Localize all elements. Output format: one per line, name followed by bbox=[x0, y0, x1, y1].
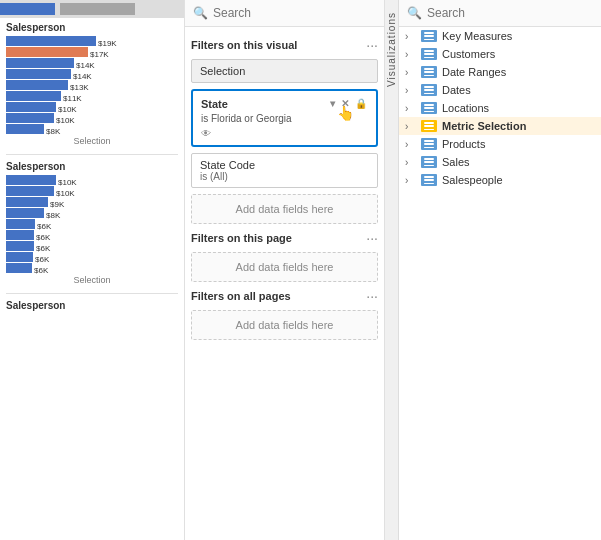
bar-container: $8K bbox=[6, 124, 178, 134]
bar bbox=[6, 113, 54, 123]
table-icon bbox=[421, 66, 437, 78]
chart-section-1: Salesperson $19K $17K $14K $14K $13K $11… bbox=[0, 18, 184, 152]
eye-icon[interactable]: 👁 bbox=[201, 128, 211, 139]
left-charts-panel: Salesperson $19K $17K $14K $14K $13K $11… bbox=[0, 0, 185, 540]
filters-on-all-pages-header: Filters on all pages ··· bbox=[191, 288, 378, 304]
bar bbox=[6, 230, 34, 240]
chart-section-3: Salesperson bbox=[0, 296, 184, 320]
bar-container: $10K bbox=[6, 175, 178, 185]
add-data-field-page[interactable]: Add data fields here bbox=[191, 252, 378, 282]
chevron-icon: › bbox=[405, 157, 417, 168]
chevron-icon: › bbox=[405, 49, 417, 60]
filters-on-visual-header: Filters on this visual ··· bbox=[191, 37, 378, 53]
tree-item-metric-selection[interactable]: › Metric Selection bbox=[399, 117, 601, 135]
bar-row: $10K bbox=[6, 113, 178, 123]
chevron-down-icon[interactable]: ▾ bbox=[329, 97, 336, 110]
filters-search-input[interactable] bbox=[213, 6, 376, 20]
filters-on-visual-title: Filters on this visual bbox=[191, 39, 297, 51]
table-icon bbox=[421, 174, 437, 186]
visualizations-tab[interactable]: Visualizations bbox=[385, 0, 399, 540]
filters-on-all-pages-title: Filters on all pages bbox=[191, 290, 291, 302]
selection-filter[interactable]: Selection bbox=[191, 59, 378, 83]
table-icon bbox=[421, 138, 437, 150]
filters-on-page-more[interactable]: ··· bbox=[366, 230, 378, 246]
right-search-bar[interactable]: 🔍 bbox=[399, 0, 601, 27]
state-filter-label: State bbox=[201, 98, 228, 110]
bar bbox=[6, 36, 96, 46]
bar-row: $6K bbox=[6, 263, 178, 273]
bar-container: $10K bbox=[6, 113, 178, 123]
middle-search-bar[interactable]: 🔍 bbox=[185, 0, 384, 27]
visualizations-tab-label: Visualizations bbox=[386, 12, 397, 87]
add-data-field-visual[interactable]: Add data fields here bbox=[191, 194, 378, 224]
bar bbox=[6, 186, 54, 196]
tree-item-sales[interactable]: › Sales bbox=[399, 153, 601, 171]
tree-item-products[interactable]: › Products bbox=[399, 135, 601, 153]
bar-row: $19K bbox=[6, 36, 178, 46]
tree-item-label: Locations bbox=[442, 102, 595, 114]
bar-container: $11K bbox=[6, 91, 178, 101]
filters-on-visual-more[interactable]: ··· bbox=[366, 37, 378, 53]
tree-item-key-measures[interactable]: › Key Measures bbox=[399, 27, 601, 45]
bar-container: $8K bbox=[6, 208, 178, 218]
top-strip bbox=[0, 0, 184, 18]
tree-item-dates[interactable]: › Dates bbox=[399, 81, 601, 99]
bar bbox=[6, 124, 44, 134]
tree-item-date-ranges[interactable]: › Date Ranges bbox=[399, 63, 601, 81]
bar-row: $10K bbox=[6, 175, 178, 185]
bar bbox=[6, 241, 34, 251]
table-icon bbox=[421, 102, 437, 114]
bar-container: $6K bbox=[6, 263, 178, 273]
chevron-icon: › bbox=[405, 85, 417, 96]
lock-icon[interactable]: 🔒 bbox=[354, 97, 368, 110]
top-strip-bar-blue bbox=[0, 3, 55, 15]
bar bbox=[6, 263, 32, 273]
tree-item-label: Metric Selection bbox=[442, 120, 595, 132]
bar-container: $6K bbox=[6, 230, 178, 240]
bar-row: $9K bbox=[6, 197, 178, 207]
chart-subtitle-1: Selection bbox=[6, 136, 178, 146]
chart-title-3: Salesperson bbox=[6, 300, 178, 311]
table-icon bbox=[421, 84, 437, 96]
right-search-icon: 🔍 bbox=[407, 6, 422, 20]
chart-divider bbox=[6, 154, 178, 155]
tree-item-customers[interactable]: › Customers bbox=[399, 45, 601, 63]
bar-container: $19K bbox=[6, 36, 178, 46]
chart-title-1: Salesperson bbox=[6, 22, 178, 33]
bar bbox=[6, 197, 48, 207]
bar-row: $14K bbox=[6, 58, 178, 68]
tree-item-label: Products bbox=[442, 138, 595, 150]
bar bbox=[6, 58, 74, 68]
bar-container: $6K bbox=[6, 219, 178, 229]
tree-item-locations[interactable]: › Locations bbox=[399, 99, 601, 117]
tree-item-label: Key Measures bbox=[442, 30, 595, 42]
bar bbox=[6, 208, 44, 218]
right-panel-container: Visualizations 🔍 › Key Measures › Custom… bbox=[385, 0, 601, 540]
state-filter[interactable]: State ▾ ✕ 🔒 is Florida or Georgia 👆 👁 bbox=[191, 89, 378, 147]
table-icon bbox=[421, 156, 437, 168]
chevron-icon: › bbox=[405, 103, 417, 114]
chevron-icon: › bbox=[405, 67, 417, 78]
right-panel: 🔍 › Key Measures › Customers › bbox=[399, 0, 601, 540]
state-code-filter-value: is (All) bbox=[200, 171, 369, 182]
add-data-field-all-pages[interactable]: Add data fields here bbox=[191, 310, 378, 340]
table-icon bbox=[421, 30, 437, 42]
filters-on-all-pages-more[interactable]: ··· bbox=[366, 288, 378, 304]
table-icon-yellow bbox=[421, 120, 437, 132]
bar-container: $6K bbox=[6, 241, 178, 251]
tree-item-salespeople[interactable]: › Salespeople bbox=[399, 171, 601, 189]
bar-row: $10K bbox=[6, 186, 178, 196]
tree-list: › Key Measures › Customers › Date Ranges bbox=[399, 27, 601, 540]
bar-row: $11K bbox=[6, 91, 178, 101]
chevron-icon: › bbox=[405, 175, 417, 186]
chart-title-2: Salesperson bbox=[6, 161, 178, 172]
tree-item-label: Salespeople bbox=[442, 174, 595, 186]
table-icon bbox=[421, 48, 437, 60]
bar-row: $8K bbox=[6, 208, 178, 218]
bar-row: $6K bbox=[6, 252, 178, 262]
bar-row: $8K bbox=[6, 124, 178, 134]
state-code-filter[interactable]: State Code is (All) bbox=[191, 153, 378, 188]
tree-item-label: Dates bbox=[442, 84, 595, 96]
chevron-icon: › bbox=[405, 121, 417, 132]
visualizations-search-input[interactable] bbox=[427, 6, 593, 20]
